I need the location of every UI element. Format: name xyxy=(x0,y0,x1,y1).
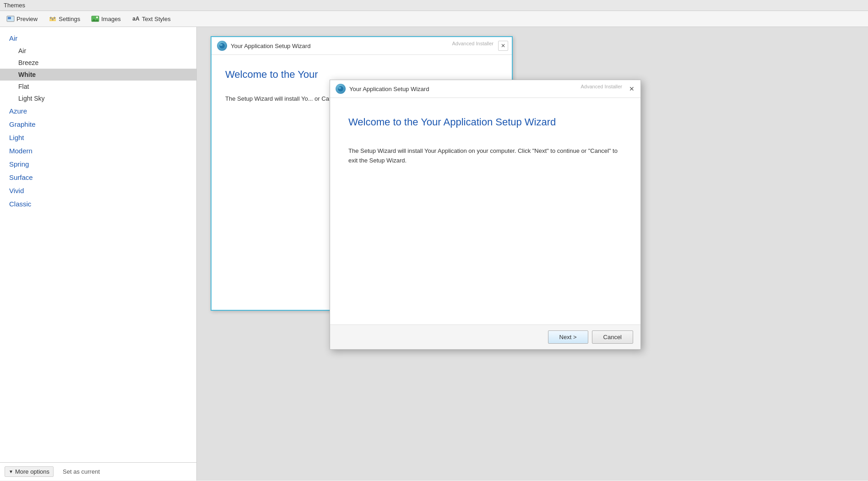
more-options-button[interactable]: ▼ More options xyxy=(5,466,54,477)
sidebar-sub-air[interactable]: Air xyxy=(0,45,196,57)
content-area: Your Application Setup Wizard Advanced I… xyxy=(197,27,868,481)
sidebar-item-air[interactable]: Air xyxy=(0,32,196,45)
app-icon-bg xyxy=(217,41,227,51)
sidebar-item-vivid[interactable]: Vivid xyxy=(0,184,196,197)
sidebar-item-modern[interactable]: Modern xyxy=(0,144,196,157)
wizard-fg-content: Welcome to the Your Application Setup Wi… xyxy=(330,98,640,175)
sidebar-item-surface[interactable]: Surface xyxy=(0,171,196,184)
wizard-bg-welcome-text: Welcome to the Your xyxy=(225,69,498,81)
text-styles-icon: aA xyxy=(132,15,140,23)
wizard-fg-footer: Next > Cancel xyxy=(330,324,640,349)
chevron-down-icon: ▼ xyxy=(9,469,13,474)
cancel-button[interactable]: Cancel xyxy=(592,330,633,344)
wizard-fg-welcome-text: Welcome to the Your Application Setup Wi… xyxy=(348,116,622,128)
toolbar-settings-label: Settings xyxy=(59,16,80,22)
sidebar-sub-light-sky[interactable]: Light Sky xyxy=(0,92,196,104)
app-icon-fg xyxy=(336,84,346,94)
toolbar-images[interactable]: Images xyxy=(89,14,123,24)
toolbar-preview-label: Preview xyxy=(16,16,38,22)
toolbar: Preview Settings Images aA xyxy=(0,11,868,27)
toolbar-images-label: Images xyxy=(101,16,121,22)
wizard-fg-desc: The Setup Wizard will install Your Appli… xyxy=(348,146,622,166)
wizard-fg-title: Your Application Setup Wizard xyxy=(349,86,429,92)
sidebar-item-graphite[interactable]: Graphite xyxy=(0,118,196,131)
sidebar-sub-breeze[interactable]: Breeze xyxy=(0,57,196,69)
toolbar-preview[interactable]: Preview xyxy=(5,14,39,24)
sidebar-item-spring[interactable]: Spring xyxy=(0,157,196,171)
toolbar-settings[interactable]: Settings xyxy=(47,14,82,24)
svg-rect-5 xyxy=(50,17,51,19)
wizard-bg-ai-label: Advanced Installer xyxy=(452,41,494,46)
toolbar-text-styles[interactable]: aA Text Styles xyxy=(130,14,173,24)
wizard-fg-ai-label: Advanced Installer xyxy=(581,84,623,89)
set-as-current-button[interactable]: Set as current xyxy=(63,468,100,475)
svg-rect-6 xyxy=(52,18,53,20)
wizard-foreground-window: Your Application Setup Wizard Advanced I… xyxy=(330,80,641,350)
sidebar: Air Air Breeze White Flat Light Sky Azur… xyxy=(0,27,197,481)
top-bar-title: Themes xyxy=(4,2,25,9)
wizard-fg-header: Your Application Setup Wizard Advanced I… xyxy=(330,80,640,98)
sidebar-sub-flat[interactable]: Flat xyxy=(0,81,196,92)
svg-point-10 xyxy=(96,16,98,18)
main-layout: Air Air Breeze White Flat Light Sky Azur… xyxy=(0,27,868,481)
sidebar-item-light[interactable]: Light xyxy=(0,131,196,144)
toolbar-text-styles-label: Text Styles xyxy=(142,16,171,22)
svg-point-13 xyxy=(338,86,343,92)
svg-rect-7 xyxy=(54,17,55,19)
wizard-bg-close-button[interactable]: ✕ xyxy=(498,41,508,51)
top-bar: Themes xyxy=(0,0,868,11)
more-options-label: More options xyxy=(15,468,49,475)
svg-point-11 xyxy=(219,43,225,49)
wizard-fg-close-button[interactable]: ✕ xyxy=(627,84,637,94)
svg-point-14 xyxy=(338,87,341,89)
next-button[interactable]: Next > xyxy=(548,330,588,344)
preview-icon xyxy=(6,15,15,23)
sidebar-item-azure[interactable]: Azure xyxy=(0,104,196,118)
sidebar-group-air: Air Air Breeze White Flat Light Sky xyxy=(0,32,196,104)
svg-rect-1 xyxy=(8,17,11,19)
svg-point-12 xyxy=(220,44,222,46)
images-icon xyxy=(91,15,99,23)
sidebar-sub-white[interactable]: White xyxy=(0,69,196,81)
settings-icon xyxy=(49,15,57,23)
sidebar-bottom: ▼ More options Set as current xyxy=(0,462,196,481)
wizard-bg-header: Your Application Setup Wizard Advanced I… xyxy=(212,37,512,55)
wizard-bg-title: Your Application Setup Wizard xyxy=(231,43,310,49)
sidebar-item-classic[interactable]: Classic xyxy=(0,197,196,211)
